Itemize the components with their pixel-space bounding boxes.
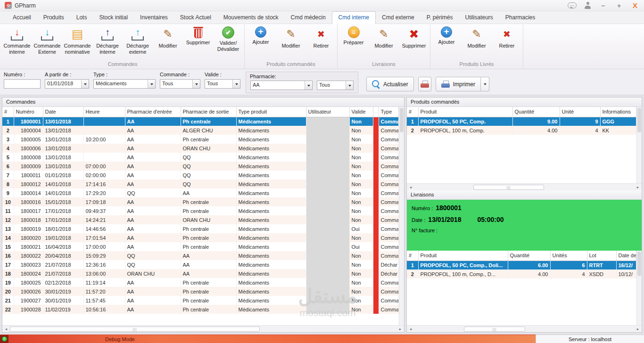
user-account-icon[interactable]: [584, 2, 591, 9]
table-row[interactable]: 11 1800017 17/01/2018 09:49:37 AA Ph cen…: [2, 206, 398, 215]
minimize-button[interactable]: −: [599, 2, 607, 9]
table-row[interactable]: 22 1900028 11/02/2019 10:56:16 AA Ph cen…: [2, 305, 398, 314]
table-row[interactable]: 1 PROPOFOL, 50 PC, Comp. 9.00 9 GGG: [407, 117, 636, 126]
column-header[interactable]: Date: [43, 107, 83, 117]
table-row[interactable]: 8 1800012 14/01/2018 17:14:16 AA QQ Médi…: [2, 180, 398, 188]
imprimer-dropdown-button[interactable]: [481, 77, 489, 91]
print-settings-button[interactable]: [418, 77, 431, 91]
table-row[interactable]: 17 1800023 21/07/2018 12:36:16 QQ AA Méd…: [2, 260, 398, 269]
tab-pharmacies[interactable]: Pharmacies: [499, 12, 541, 24]
table-row[interactable]: 6 1800009 13/01/2018 07:00:00 AA QQ Médi…: [2, 162, 398, 171]
table-row[interactable]: 13 1800019 18/01/2018 14:46:56 AA Ph cen…: [2, 224, 398, 233]
ribbon-button-modifier-commande[interactable]: Modifier: [153, 24, 183, 50]
ribbon-button-ajouter-produit-commande[interactable]: Ajouter: [246, 24, 276, 46]
scroll-right-icon[interactable]: [397, 327, 403, 331]
column-header[interactable]: Unité: [560, 107, 600, 117]
ribbon-button-commande-interne[interactable]: Commande interne: [2, 24, 32, 56]
scrollbar-thumb[interactable]: [10, 327, 260, 332]
tab-inventaires[interactable]: Inventaires: [134, 12, 174, 24]
column-header[interactable]: Produit: [418, 107, 512, 117]
tab-cmd-medecin[interactable]: Cmd médecin: [285, 12, 332, 24]
ribbon-button-commande-nominative[interactable]: Commande nominative: [62, 24, 92, 56]
actualiser-button[interactable]: Actualiser: [366, 77, 414, 91]
ribbon-button-supprimer-livraison[interactable]: Supprimer: [399, 24, 429, 50]
ribbon-button-modifier-produit-commande[interactable]: Modifier: [276, 24, 306, 50]
scrollbar-thumb[interactable]: [400, 108, 404, 132]
scroll-right-icon[interactable]: [635, 327, 641, 331]
table-row[interactable]: 4 1800006 13/01/2018 AA ORAN CHU Médicam…: [2, 144, 398, 153]
chevron-down-icon[interactable]: [192, 80, 200, 88]
numero-input[interactable]: [4, 79, 41, 89]
vertical-scrollbar[interactable]: [399, 107, 405, 325]
ribbon-button-supprimer-commande[interactable]: Supprimer: [183, 24, 213, 47]
ribbon-button-retirer-produit-livre[interactable]: Retirer: [492, 24, 522, 50]
column-header[interactable]: Pharmacie de sortie: [181, 107, 236, 117]
scrollbar-thumb[interactable]: [473, 185, 544, 190]
column-header[interactable]: Date de: [616, 251, 636, 261]
close-button[interactable]: X: [631, 1, 639, 9]
tab-produits[interactable]: Produits: [37, 12, 70, 24]
scroll-left-icon[interactable]: [3, 327, 9, 331]
table-row[interactable]: 21 1900027 30/01/2019 11:57:45 AA Ph cen…: [2, 296, 398, 305]
tab-lots[interactable]: Lots: [70, 12, 93, 24]
table-row[interactable]: 1 1800001 13/01/2018 AA Ph centrale Médi…: [2, 117, 398, 126]
ribbon-button-decharge-externe[interactable]: Décharge externe: [123, 24, 153, 56]
ribbon-button-valider-devalider[interactable]: Valider/ Dévalider: [213, 24, 243, 53]
maximize-button[interactable]: +: [615, 2, 623, 9]
scroll-left-icon[interactable]: [408, 186, 413, 189]
horizontal-scrollbar[interactable]: [407, 183, 642, 190]
column-header[interactable]: Quantité: [512, 107, 560, 117]
table-row[interactable]: 3 1800005 13/01/2018 10:20:00 AA Ph cent…: [2, 135, 398, 144]
pharmacie-filter-select[interactable]: Tous: [317, 81, 354, 90]
pharmacie-select[interactable]: AA: [250, 81, 313, 90]
scrollbar-thumb[interactable]: [637, 252, 641, 276]
tab-stock-initial[interactable]: Stock initial: [93, 12, 134, 24]
column-header[interactable]: #: [407, 251, 418, 261]
table-row[interactable]: 2 1800004 13/01/2018 AA ALGER CHU Médica…: [2, 126, 398, 135]
tab-stock-actuel[interactable]: Stock Actuel: [174, 12, 217, 24]
tab-p-perimes[interactable]: P. périmés: [421, 12, 459, 24]
tab-utilisateurs[interactable]: Utilisateurs: [459, 12, 499, 24]
ribbon-button-commande-externe[interactable]: Commande Externe: [32, 24, 62, 56]
from-date-select[interactable]: 01/01/2018: [45, 79, 89, 89]
chevron-down-icon[interactable]: [305, 81, 312, 90]
table-row[interactable]: 16 1800022 20/04/2018 15:09:29 QQ AA Méd…: [2, 251, 398, 260]
table-row[interactable]: 2 PROPOFOL, 100 m, Comp., D... 4.00 4 XS…: [407, 270, 636, 278]
horizontal-scrollbar[interactable]: [407, 325, 642, 332]
chat-icon[interactable]: [568, 2, 577, 8]
table-row[interactable]: 1 PROPOFOL, 50 PC, Comp., Doli... 6.00 6…: [407, 261, 636, 270]
table-row[interactable]: 15 1800021 16/04/2018 17:00:00 AA Ph cen…: [2, 242, 398, 251]
type-select[interactable]: Médicaments: [93, 79, 156, 89]
column-header[interactable]: Utilisateur: [306, 107, 349, 117]
chevron-down-icon[interactable]: [148, 80, 155, 88]
tab-cmd-interne[interactable]: Cmd interne: [332, 11, 376, 24]
column-header[interactable]: Quantité: [508, 251, 550, 261]
table-row[interactable]: 18 1800024 21/07/2018 13:06:00 ORAN CHU …: [2, 269, 398, 278]
vertical-scrollbar[interactable]: [636, 251, 642, 325]
table-row[interactable]: 2 PROPOFOL, 100 m, Comp. 4.00 4 KK: [407, 126, 636, 135]
ribbon-button-modifier-produit-livre[interactable]: Modifier: [462, 24, 492, 50]
table-row[interactable]: 9 1800014 14/01/2018 17:29:20 QQ AA Médi…: [2, 188, 398, 197]
horizontal-scrollbar[interactable]: [2, 325, 404, 332]
scrollbar-thumb[interactable]: [464, 327, 525, 332]
chevron-down-icon[interactable]: [81, 80, 89, 88]
commande-select[interactable]: Tous: [160, 79, 200, 89]
ribbon-button-ajouter-produit-livre[interactable]: Ajouter: [431, 24, 462, 46]
scroll-left-icon[interactable]: [408, 327, 413, 331]
column-header[interactable]: Valide: [349, 107, 373, 117]
vertical-scrollbar[interactable]: [636, 107, 642, 183]
column-header[interactable]: Produit: [418, 251, 508, 261]
tab-mouvements-de-stock[interactable]: Mouvements de stock: [217, 12, 285, 24]
table-row[interactable]: 20 1900026 30/01/2019 11:57:20 AA Ph cen…: [2, 287, 398, 296]
chevron-down-icon[interactable]: [346, 81, 353, 90]
chevron-down-icon[interactable]: [232, 80, 240, 88]
table-row[interactable]: 12 1800018 17/01/2018 14:24:21 AA ORAN C…: [2, 215, 398, 224]
column-header[interactable]: Type: [379, 107, 398, 117]
scroll-right-icon[interactable]: [635, 186, 641, 189]
column-header[interactable]: Lot: [587, 251, 616, 261]
scrollbar-thumb[interactable]: [637, 108, 641, 132]
table-row[interactable]: 7 1800011 01/01/2018 02:00:00 AA QQ Médi…: [2, 171, 398, 180]
column-header[interactable]: Numéro: [14, 107, 43, 117]
imprimer-button[interactable]: Imprimer: [436, 77, 481, 91]
column-header[interactable]: #: [407, 107, 418, 117]
